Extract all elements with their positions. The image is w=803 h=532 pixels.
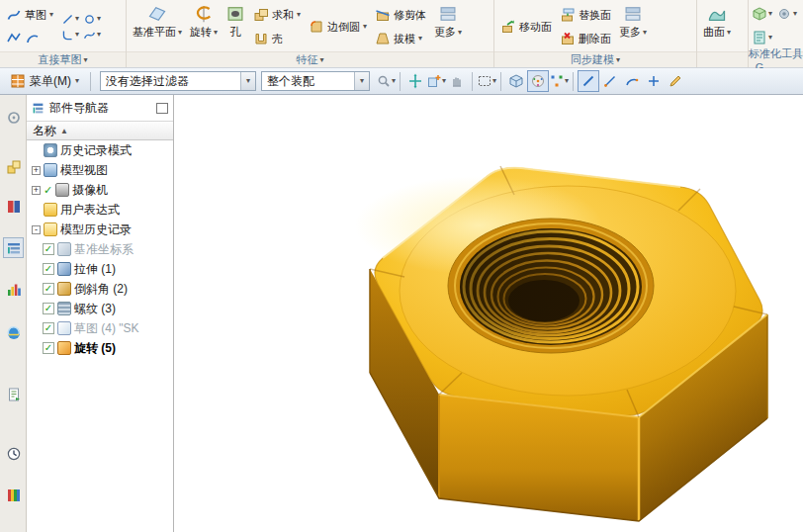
chevron-down-icon: ▾ <box>616 56 620 64</box>
feature-buttons: 基准平面▾ 旋转▾ 孔 求和 ▾ <box>127 0 493 51</box>
standard-tool-button-3[interactable]: ▾ <box>751 29 773 46</box>
point-tool-button[interactable] <box>643 70 665 92</box>
circle-tool-button[interactable]: ▾ <box>82 12 102 27</box>
tree-item-model-history[interactable]: - 模型历史记录 <box>27 220 173 239</box>
more-feature-button[interactable]: 更多▾ <box>430 1 466 40</box>
collapse-icon[interactable]: - <box>32 225 41 234</box>
menu-button[interactable]: 菜单(M) ▾ <box>3 71 86 92</box>
unite-button[interactable]: 求和 ▾ <box>249 3 305 27</box>
group-label-standard-tools[interactable]: 标准化工具 - G... <box>749 51 803 67</box>
expand-icon[interactable]: + <box>32 166 41 175</box>
datum-plane-icon <box>147 4 167 24</box>
tree-item-cameras[interactable]: + ✓ 摄像机 <box>27 180 173 200</box>
datum-csys-icon <box>57 242 71 256</box>
sketch-button[interactable]: 草图 ▾ <box>2 3 57 27</box>
history-palette-button[interactable] <box>3 384 24 404</box>
sketch-icon <box>6 7 22 23</box>
chevron-down-icon: ▾ <box>97 31 101 39</box>
tree-item-chamfer[interactable]: ✓ 倒斜角 (2) <box>27 279 173 299</box>
name-column-header[interactable]: 名称 ▲ <box>27 121 173 140</box>
shell-button[interactable]: 壳 <box>249 27 305 50</box>
move-face-icon <box>500 19 516 35</box>
chevron-down-icon: ▾ <box>492 77 496 85</box>
standard-tool-button-1[interactable]: ▾ <box>751 5 773 23</box>
snap-point-toggle-button[interactable] <box>527 70 549 92</box>
checkbox[interactable]: ✓ <box>43 263 54 275</box>
chevron-down-icon[interactable]: ▾ <box>240 72 255 90</box>
tree-item-history-mode[interactable]: 历史记录模式 <box>27 140 173 160</box>
constraint-navigator-button[interactable] <box>3 156 24 177</box>
checkbox[interactable]: ✓ <box>43 243 54 255</box>
assembly-navigator-button[interactable] <box>3 107 24 128</box>
move-face-button[interactable]: 移动面 <box>496 15 556 39</box>
tree-item-sketch[interactable]: ✓ 草图 (4) "SK <box>27 318 173 338</box>
more-sync-button[interactable]: 更多▾ <box>615 1 651 40</box>
sketch-feature-icon <box>57 321 71 335</box>
group-label-feature[interactable]: 特征 ▾ <box>127 51 493 67</box>
graphics-viewport[interactable] <box>174 95 803 532</box>
reuse-library-button[interactable] <box>3 237 24 258</box>
snap-plus-button[interactable]: ▾ <box>426 73 446 89</box>
tree-item-revolve[interactable]: ✓ 旋转 (5) <box>27 338 173 358</box>
checkbox[interactable]: ✓ <box>43 283 54 295</box>
selection-filter-dropdown[interactable]: 没有选择过滤器 ▾ <box>100 71 256 91</box>
checkbox[interactable]: ✓ <box>43 303 54 314</box>
checkbox[interactable]: ✓ <box>43 342 54 354</box>
fillet-tool-button[interactable]: ▾ <box>60 28 80 43</box>
chevron-down-icon: ▾ <box>363 23 367 31</box>
rectangle-select-button[interactable]: ▾ <box>477 73 496 89</box>
find-in-window-button[interactable]: ▾ <box>376 73 396 89</box>
surface-button[interactable]: 曲面▾ <box>699 1 735 40</box>
hd3d-tools-button[interactable] <box>3 279 24 300</box>
reuse-library-icon <box>6 240 22 256</box>
process-studio-button[interactable] <box>3 443 24 464</box>
tree-item-user-expressions[interactable]: 用户表达式 <box>27 200 173 220</box>
hex-nut-3d-model[interactable] <box>174 95 803 532</box>
move-object-button[interactable] <box>404 70 426 92</box>
delete-face-button[interactable]: 删除面 <box>556 27 615 50</box>
line-tool-button[interactable]: ▾ <box>60 12 80 27</box>
part-navigator-button[interactable] <box>3 196 24 217</box>
expand-icon[interactable]: + <box>32 186 41 195</box>
trim-body-button[interactable]: 修剪体 <box>371 3 430 27</box>
tree-item-datum-csys[interactable]: ✓ 基准坐标系 <box>27 239 173 259</box>
chevron-down-icon: ▾ <box>392 77 396 85</box>
teal-doc-icon <box>752 30 767 45</box>
separator <box>573 72 574 91</box>
gallery-more-icon <box>438 4 458 24</box>
chevron-down-icon[interactable]: ▾ <box>354 72 369 90</box>
checkbox[interactable]: ✓ <box>43 322 54 334</box>
sketch-edit-button[interactable] <box>665 70 686 92</box>
tree-item-thread[interactable]: ✓ 螺纹 (3) <box>27 299 173 318</box>
standard-tool-button-2[interactable]: ▾ <box>775 5 798 23</box>
line-tool-toggle-button[interactable] <box>578 70 599 92</box>
ribbon-group-feature: 基准平面▾ 旋转▾ 孔 求和 ▾ <box>127 0 494 67</box>
surface-icon <box>707 4 727 24</box>
hole-button[interactable]: 孔 <box>222 1 249 40</box>
datum-plane-button[interactable]: 基准平面▾ <box>129 1 186 40</box>
revolve-button[interactable]: 旋转▾ <box>186 1 222 40</box>
roles-button[interactable] <box>3 485 24 505</box>
tree-item-model-views[interactable]: + 模型视图 <box>27 160 173 180</box>
profile-curve-button[interactable] <box>2 27 57 50</box>
snap-options-button[interactable]: ▾ <box>549 73 569 89</box>
arc-tool-button[interactable] <box>621 70 643 92</box>
inferred-line-button[interactable] <box>599 70 621 92</box>
group-label-direct-sketch[interactable]: 直接草图 ▾ <box>0 51 126 67</box>
separator <box>400 72 401 91</box>
panel-float-button[interactable] <box>156 103 168 114</box>
clock-icon <box>6 446 22 462</box>
shell-icon <box>253 31 269 46</box>
group-label-sync-modeling[interactable]: 同步建模 ▾ <box>494 51 696 67</box>
spline-tool-button[interactable]: ▾ <box>82 28 102 43</box>
replace-face-button[interactable]: 替换面 <box>556 3 615 27</box>
tree-item-extrude[interactable]: ✓ 拉伸 (1) <box>27 259 173 279</box>
edge-blend-button[interactable]: 边倒圆 ▾ <box>305 15 371 39</box>
hand-tool-button[interactable] <box>446 70 468 92</box>
shaded-view-button[interactable] <box>505 70 527 92</box>
web-browser-button[interactable] <box>3 322 24 343</box>
draft-button[interactable]: 拔模 ▾ <box>371 27 430 50</box>
chevron-down-icon: ▾ <box>75 15 79 23</box>
part-navigator-panel-icon <box>32 102 45 115</box>
selection-scope-dropdown[interactable]: 整个装配 ▾ <box>261 71 370 91</box>
